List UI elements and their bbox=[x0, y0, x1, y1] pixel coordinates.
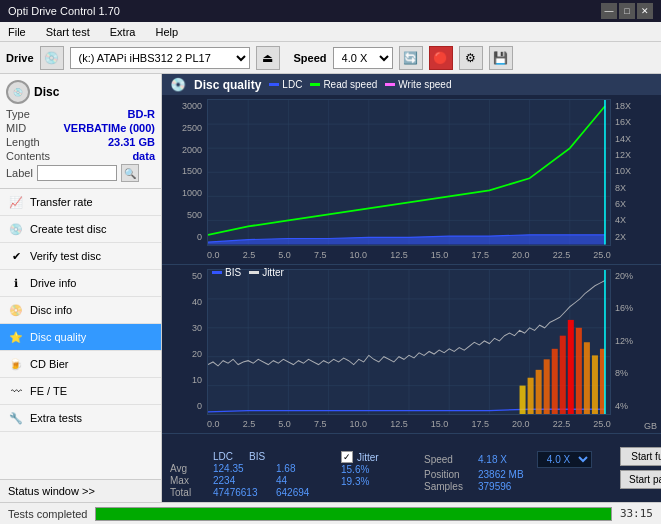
speed-value: 4.18 X bbox=[478, 454, 533, 465]
legend-jitter: Jitter bbox=[249, 267, 284, 278]
ldc-avg: 124.35 bbox=[213, 463, 268, 474]
sidebar-item-create-test-disc[interactable]: 💿 Create test disc bbox=[0, 216, 161, 243]
eject-button[interactable]: ⏏ bbox=[256, 46, 280, 70]
ldc-max-row: Max 2234 44 bbox=[170, 475, 321, 486]
minimize-button[interactable]: — bbox=[601, 3, 617, 19]
speed-row: Speed 4.18 X 4.0 X bbox=[424, 451, 592, 468]
legend-write-speed: Write speed bbox=[385, 79, 451, 90]
svg-rect-33 bbox=[552, 348, 558, 414]
jitter-avg: 15.6% bbox=[341, 464, 396, 475]
verify-test-disc-icon: ✔ bbox=[8, 248, 24, 264]
bis-max: 44 bbox=[276, 475, 321, 486]
position-label: Position bbox=[424, 469, 474, 480]
ldc-stats: LDC BIS Avg 124.35 1.68 Max 2234 44 To bbox=[170, 438, 321, 498]
nav-label-fe-te: FE / TE bbox=[30, 385, 67, 397]
samples-label: Samples bbox=[424, 481, 474, 492]
ldc-dot bbox=[269, 83, 279, 86]
disc-length-row: Length 23.31 GB bbox=[6, 136, 155, 148]
disc-label-row: Label 🔍 bbox=[6, 164, 155, 182]
progress-bar-fill bbox=[96, 508, 610, 520]
main-content: 💿 Disc Type BD-R MID VERBATIMe (000) Len… bbox=[0, 74, 661, 502]
svg-rect-37 bbox=[584, 342, 590, 414]
sidebar-item-disc-quality[interactable]: ⭐ Disc quality bbox=[0, 324, 161, 351]
red-btn[interactable]: 🔴 bbox=[429, 46, 453, 70]
menu-help[interactable]: Help bbox=[151, 24, 182, 40]
bottom-chart-svg bbox=[208, 270, 610, 415]
transfer-rate-icon: 📈 bbox=[8, 194, 24, 210]
status-window-label: Status window >> bbox=[8, 485, 95, 497]
chart-title: Disc quality bbox=[194, 78, 261, 92]
speed-select-stats[interactable]: 4.0 X bbox=[537, 451, 592, 468]
ldc-avg-row: Avg 124.35 1.68 bbox=[170, 463, 321, 474]
stats-bar: LDC BIS Avg 124.35 1.68 Max 2234 44 To bbox=[162, 433, 661, 502]
legend-read-speed: Read speed bbox=[310, 79, 377, 90]
drive-select[interactable]: (k:) ATAPi iHBS312 2 PL17 bbox=[70, 47, 250, 69]
sidebar: 💿 Disc Type BD-R MID VERBATIMe (000) Len… bbox=[0, 74, 162, 502]
fe-te-icon: 〰 bbox=[8, 383, 24, 399]
maximize-button[interactable]: □ bbox=[619, 3, 635, 19]
sidebar-item-drive-info[interactable]: ℹ Drive info bbox=[0, 270, 161, 297]
sidebar-item-verify-test-disc[interactable]: ✔ Verify test disc bbox=[0, 243, 161, 270]
toolbar: Drive 💿 (k:) ATAPi iHBS312 2 PL17 ⏏ Spee… bbox=[0, 42, 661, 74]
disc-length-label: Length bbox=[6, 136, 40, 148]
jitter-max: 19.3% bbox=[341, 476, 396, 487]
nav-label-disc-info: Disc info bbox=[30, 304, 72, 316]
label-search-button[interactable]: 🔍 bbox=[121, 164, 139, 182]
cd-bier-icon: 🍺 bbox=[8, 356, 24, 372]
nav-label-drive-info: Drive info bbox=[30, 277, 76, 289]
status-window-button[interactable]: Status window >> bbox=[0, 479, 161, 502]
legend2-header: BIS Jitter bbox=[212, 267, 284, 278]
disc-panel: 💿 Disc Type BD-R MID VERBATIMe (000) Len… bbox=[0, 74, 161, 189]
start-buttons: Start full Start part bbox=[620, 438, 661, 498]
chart-area: 💿 Disc quality LDC Read speed Write spee… bbox=[162, 74, 661, 502]
app-title: Opti Drive Control 1.70 bbox=[8, 5, 120, 17]
max-label: Max bbox=[170, 475, 205, 486]
svg-rect-30 bbox=[528, 377, 534, 414]
speed-stats: Speed 4.18 X 4.0 X Position 23862 MB Sam… bbox=[424, 438, 592, 498]
chart-header: 💿 Disc quality LDC Read speed Write spee… bbox=[162, 74, 661, 95]
menu-file[interactable]: File bbox=[4, 24, 30, 40]
sidebar-item-cd-bier[interactable]: 🍺 CD Bier bbox=[0, 351, 161, 378]
refresh-button[interactable]: 🔄 bbox=[399, 46, 423, 70]
svg-rect-29 bbox=[520, 385, 526, 414]
y-axis-left-bottom: 50 40 30 20 10 0 bbox=[162, 269, 204, 414]
sidebar-item-disc-info[interactable]: 📀 Disc info bbox=[0, 297, 161, 324]
create-test-disc-icon: 💿 bbox=[8, 221, 24, 237]
ldc-max: 2234 bbox=[213, 475, 268, 486]
disc-header: 💿 Disc bbox=[6, 80, 155, 104]
nav-label-disc-quality: Disc quality bbox=[30, 331, 86, 343]
svg-rect-36 bbox=[576, 327, 582, 414]
speed-select[interactable]: 4.0 X bbox=[333, 47, 393, 69]
sidebar-item-transfer-rate[interactable]: 📈 Transfer rate bbox=[0, 189, 161, 216]
y-axis-right-top: 18X 16X 14X 12X 10X 8X 6X 4X 2X bbox=[613, 99, 661, 244]
legend-ldc: LDC bbox=[269, 79, 302, 90]
start-part-button[interactable]: Start part bbox=[620, 470, 661, 489]
jitter-stats: ✓ Jitter 15.6% 19.3% bbox=[341, 438, 396, 498]
nav-menu: 📈 Transfer rate 💿 Create test disc ✔ Ver… bbox=[0, 189, 161, 432]
disc-type-label: Type bbox=[6, 108, 30, 120]
menu-extra[interactable]: Extra bbox=[106, 24, 140, 40]
jitter-checkbox[interactable]: ✓ bbox=[341, 451, 353, 463]
disc-quality-icon: ⭐ bbox=[8, 329, 24, 345]
ldc-header-row: LDC BIS bbox=[170, 451, 321, 462]
save-button[interactable]: 💾 bbox=[489, 46, 513, 70]
close-button[interactable]: ✕ bbox=[637, 3, 653, 19]
menu-start-test[interactable]: Start test bbox=[42, 24, 94, 40]
legend-jitter-label: Jitter bbox=[262, 267, 284, 278]
y-axis-left-top: 3000 2500 2000 1500 1000 500 0 bbox=[162, 99, 204, 244]
disc-mid-label: MID bbox=[6, 122, 26, 134]
disc-label-input[interactable] bbox=[37, 165, 117, 181]
status-text: Tests completed bbox=[8, 508, 87, 520]
legend-write-speed-label: Write speed bbox=[398, 79, 451, 90]
disc-mid-value: VERBATIMe (000) bbox=[64, 122, 155, 134]
bis-total: 642694 bbox=[276, 487, 321, 498]
disc-type-row: Type BD-R bbox=[6, 108, 155, 120]
x-axis-bottom: 0.0 2.5 5.0 7.5 10.0 12.5 15.0 17.5 20.0… bbox=[207, 415, 611, 433]
sidebar-item-extra-tests[interactable]: 🔧 Extra tests bbox=[0, 405, 161, 432]
legend-read-speed-label: Read speed bbox=[323, 79, 377, 90]
total-label: Total bbox=[170, 487, 205, 498]
start-full-button[interactable]: Start full bbox=[620, 447, 661, 466]
settings-button[interactable]: ⚙ bbox=[459, 46, 483, 70]
sidebar-item-fe-te[interactable]: 〰 FE / TE bbox=[0, 378, 161, 405]
avg-label: Avg bbox=[170, 463, 205, 474]
